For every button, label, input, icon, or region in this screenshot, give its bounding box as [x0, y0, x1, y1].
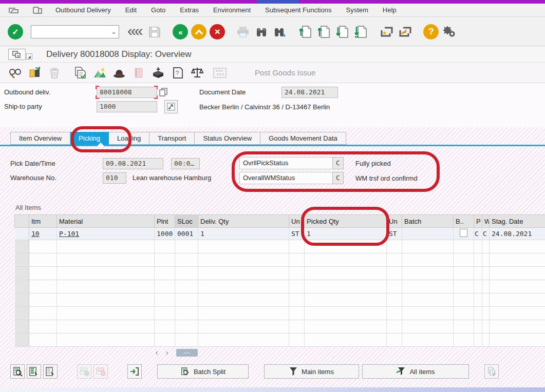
cancel-button[interactable]: × — [210, 24, 225, 40]
window-menu-icon[interactable] — [32, 6, 43, 15]
new-session-button[interactable]: ★ — [379, 24, 394, 40]
menu-subsequent-functions[interactable]: Subsequent Functions — [258, 4, 339, 16]
organize-button[interactable] — [27, 65, 43, 81]
find-button[interactable] — [254, 24, 269, 40]
cell-b[interactable] — [454, 228, 474, 240]
document-date-value[interactable]: 24.08.2021 — [281, 87, 338, 98]
itm-link[interactable]: 10 — [31, 230, 40, 238]
help-button[interactable]: ? — [423, 24, 439, 40]
row-selector[interactable] — [15, 267, 29, 280]
scales-button[interactable] — [189, 65, 205, 81]
cell-picked-qty[interactable]: 1 — [305, 228, 387, 240]
incompletion-button[interactable]: ? — [170, 65, 186, 81]
hscroll-thumb[interactable]: ••• — [176, 349, 198, 357]
row-selector[interactable] — [15, 307, 29, 320]
menu-environment[interactable]: Environment — [206, 4, 258, 16]
print-button[interactable] — [235, 24, 251, 40]
cell-w[interactable]: C — [482, 228, 490, 240]
back-chevrons-icon[interactable]: «« — [127, 22, 141, 40]
tab-goods-movement-data[interactable]: Goods Movement Data — [260, 132, 346, 145]
material-link[interactable]: P-101 — [59, 230, 79, 238]
tab-transport[interactable]: Transport — [149, 132, 195, 145]
col-header-un1[interactable]: Un — [289, 215, 305, 228]
pack-button[interactable] — [150, 65, 166, 81]
copy-number-icon[interactable] — [159, 87, 168, 99]
all-items-button[interactable]: All items — [362, 364, 469, 379]
col-header-plnt[interactable]: Plnt — [155, 215, 175, 228]
select-all-button[interactable] — [27, 364, 41, 379]
row-selector[interactable] — [15, 320, 29, 334]
tab-status-overview[interactable]: Status Overview — [195, 132, 260, 145]
col-header-batch[interactable]: Batch — [402, 215, 454, 228]
first-page-button[interactable] — [298, 24, 313, 40]
post-goods-issue-button[interactable]: Post Goods Issue — [255, 68, 315, 77]
cell-plnt[interactable]: 1000 — [155, 228, 175, 240]
outbound-deliv-input[interactable]: 80018008 — [97, 87, 157, 98]
row-selector[interactable] — [15, 293, 29, 307]
display-change-button[interactable] — [7, 65, 24, 81]
copy-doc-button[interactable] — [484, 364, 499, 379]
col-header-un2[interactable]: Un — [387, 215, 402, 228]
head-data-button[interactable] — [111, 65, 127, 81]
batch-checkbox[interactable] — [460, 229, 467, 237]
cell-sloc[interactable]: 0001 — [175, 228, 198, 240]
cell-stag-date[interactable]: 24.08.2021 — [490, 228, 545, 240]
col-header-w[interactable]: W — [482, 215, 490, 228]
delete-row-button[interactable] — [93, 364, 108, 379]
graphic-button[interactable] — [91, 65, 108, 81]
main-items-button[interactable]: Main items — [264, 364, 359, 379]
menu-system[interactable]: System — [339, 4, 375, 16]
create-shortcut-button[interactable] — [398, 24, 413, 40]
cell-un1[interactable]: ST — [289, 228, 305, 240]
col-header-b[interactable]: B.. — [454, 215, 474, 228]
col-header-stag-date[interactable]: Stag. Date — [490, 215, 545, 228]
menu-edit[interactable]: Edit — [118, 4, 144, 16]
chevron-down-icon[interactable]: ⌄ — [111, 28, 117, 35]
col-header-p[interactable]: P — [474, 215, 482, 228]
col-header-material[interactable]: Material — [57, 215, 155, 228]
pick-date-input[interactable]: 09.08.2021 — [103, 158, 163, 169]
back-button[interactable]: « — [173, 24, 188, 40]
customize-layout-button[interactable] — [442, 24, 457, 40]
copy-button[interactable] — [72, 65, 88, 81]
title-menu-corner-icon[interactable]: ◢ — [26, 53, 32, 60]
scroll-left-icon[interactable]: ‹ — [152, 348, 162, 357]
col-header-deliv-qty[interactable]: Deliv. Qty — [198, 215, 289, 228]
row-selector[interactable] — [15, 228, 29, 240]
scroll-right-icon[interactable]: › — [162, 348, 172, 357]
cell-deliv-qty[interactable]: 1 — [198, 228, 289, 240]
calculate-button[interactable] — [212, 65, 228, 81]
ship-to-party-input[interactable]: 1000 — [97, 101, 157, 112]
partner-details-button[interactable] — [164, 100, 178, 113]
wm-status-value[interactable]: C — [332, 172, 344, 184]
menu-extras[interactable]: Extras — [173, 4, 206, 16]
delete-button[interactable] — [46, 65, 63, 81]
menu-help[interactable]: Help — [375, 4, 404, 16]
deselect-all-button[interactable] — [43, 364, 58, 379]
col-header-picked-qty[interactable]: Picked Qty — [305, 215, 387, 228]
col-header-sloc[interactable]: SLoc — [175, 215, 198, 228]
row-selector[interactable] — [15, 280, 29, 293]
save-button[interactable] — [147, 24, 162, 40]
page-down-button[interactable] — [335, 24, 350, 40]
command-field[interactable]: ⌄ — [31, 25, 119, 38]
find-next-button[interactable]: + — [272, 24, 288, 40]
row-selector[interactable] — [15, 253, 29, 267]
title-menu-button[interactable]: ◢ — [8, 49, 26, 60]
item-details-button[interactable] — [10, 364, 25, 379]
cell-un2[interactable]: ST — [387, 228, 402, 240]
tab-loading[interactable]: Loading — [109, 132, 149, 145]
warehouse-no-input[interactable]: 010 — [103, 172, 126, 184]
cell-itm[interactable]: 10 — [29, 228, 57, 240]
cell-material[interactable]: P-101 — [57, 228, 155, 240]
cell-p[interactable]: C — [474, 228, 482, 240]
row-selector[interactable] — [15, 334, 29, 347]
select-all-header[interactable] — [15, 215, 29, 228]
col-header-itm[interactable]: Itm — [29, 215, 57, 228]
cell-batch[interactable] — [402, 228, 454, 240]
tab-item-overview[interactable]: Item Overview — [10, 132, 70, 145]
pick-time-input[interactable]: 00:0… — [171, 158, 200, 169]
last-page-button[interactable] — [353, 24, 369, 40]
system-menu-icon[interactable] — [8, 6, 20, 14]
exit-button[interactable] — [191, 24, 206, 40]
